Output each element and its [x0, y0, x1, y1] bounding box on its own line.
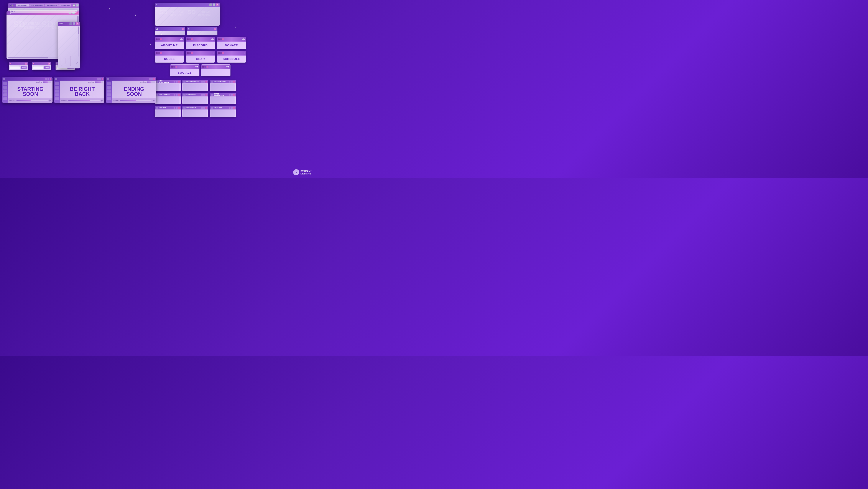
- minimize-button[interactable]: —: [73, 4, 75, 6]
- arrow-icon: [195, 66, 198, 68]
- cursor-icon: [49, 99, 52, 102]
- svg-point-2: [11, 10, 12, 11]
- alert-card-super-chat: SUPER CHAT: [182, 106, 208, 117]
- send-button-2[interactable]: SEND: [44, 66, 50, 69]
- right-main-window: ✦ — □ ✕ SD STREAMDESIGNZ™ SD STREAMDESIG…: [155, 3, 220, 26]
- alert-card-new-follower: NEW FOLLOWER: [182, 80, 208, 91]
- pencil-icon: [76, 61, 79, 64]
- alert-title: NEW HOST: [210, 106, 236, 110]
- send-button-1[interactable]: SEND: [21, 66, 27, 69]
- chat-max[interactable]: □: [73, 22, 75, 25]
- scene-ending-soon: Loading ENDINGSOON SCENE3: [106, 77, 156, 103]
- alert-body: [210, 83, 236, 91]
- play-icon: [294, 170, 298, 174]
- alert-input-1[interactable]: [9, 66, 20, 69]
- gear-label: GEAR: [196, 57, 205, 61]
- alert-title: GIFTED SUB: [182, 93, 208, 96]
- scene-starting-soon-title: STARTINGSOON: [18, 87, 43, 97]
- alert-window-user: ✕: [155, 27, 185, 35]
- tab-bar: new_follower new_subscriber new_donation…: [16, 4, 71, 6]
- scene-bottom-bar: SCENE2: [60, 98, 104, 103]
- scene-ending-soon-title: ENDINGSOON: [124, 87, 144, 97]
- alert-input-2[interactable]: [33, 66, 43, 69]
- alert-body: [182, 96, 208, 104]
- panel-btn-donate[interactable]: DONATE: [217, 37, 246, 49]
- maximize-btn[interactable]: □: [213, 3, 215, 6]
- alert-body: [182, 83, 208, 91]
- close-btn[interactable]: ✕: [48, 63, 50, 65]
- scrollbar-v[interactable]: [75, 11, 76, 12]
- scene-titlebar: [54, 77, 104, 81]
- svg-line-3: [12, 11, 13, 12]
- alert-card-new-donation: NEW DONATION: [210, 80, 236, 91]
- panel-btn-about-me[interactable]: ABOUT ME: [155, 37, 184, 49]
- sd-logo: STREAM™DESIGNZ: [293, 169, 312, 175]
- chat-label: Chat...: [59, 23, 65, 25]
- close-btn[interactable]: ✕: [216, 3, 219, 6]
- scene-sidebar: [2, 81, 8, 103]
- alert-title: NEW DONATION: [210, 80, 236, 83]
- alert-card-new-subscriber: NEW SUBSCRIBER: [155, 80, 181, 91]
- alert-card-new-host: NEW HOST: [210, 106, 236, 117]
- tab-new-donation[interactable]: new_donation: [45, 4, 59, 6]
- alert-input-heart-2: ♥ ✕ SEND: [32, 62, 51, 70]
- close-btn[interactable]: ✕: [214, 28, 216, 30]
- arrow-icon: [211, 52, 214, 54]
- panel-btn-socials[interactable]: SOCIALS: [170, 64, 199, 76]
- panel-btn-extra[interactable]: [201, 64, 230, 76]
- scene-brb-title: BE RIGHTBACK: [70, 87, 95, 97]
- scene-starting-soon: Loading STARTINGSOON SCENE1: [2, 77, 53, 103]
- maximize-button[interactable]: □: [76, 4, 79, 6]
- tab-stream-goal[interactable]: stream_goal: [59, 4, 71, 6]
- panel-btn-discord[interactable]: DISCORD: [186, 37, 215, 49]
- panel-btn-schedule[interactable]: SCHEDULE: [217, 51, 246, 63]
- cursor-icon: [101, 99, 103, 102]
- chat-min[interactable]: —: [69, 22, 72, 25]
- scene-bottom-bar: SCENE1: [8, 98, 53, 103]
- minimize-btn[interactable]: —: [209, 3, 212, 6]
- alert-card-gifted-sub: GIFTED SUB: [182, 93, 208, 104]
- scene-titlebar: [2, 77, 53, 81]
- back-button[interactable]: ◀: [9, 4, 11, 7]
- arrow-icon: [211, 38, 214, 40]
- scroll-area: [60, 55, 71, 66]
- close-btn[interactable]: ✕: [25, 63, 27, 65]
- rules-label: RULES: [164, 57, 175, 61]
- alert-title: GIFTED MEMBERSHIP: [210, 93, 236, 96]
- tab-new-follower[interactable]: new_follower: [16, 4, 29, 6]
- brand-name: STREAM™DESIGNZ: [301, 170, 312, 175]
- alert-card-new-bits: NEW BITS: [155, 106, 181, 117]
- alert-body: [182, 110, 208, 117]
- panel-btn-rules[interactable]: RULES: [155, 51, 184, 63]
- arrow-icon: [180, 52, 183, 54]
- address-bar[interactable]: ▷: [10, 10, 77, 13]
- alert-card-gifted-membership: GIFTED MEMBERSHIP: [210, 93, 236, 104]
- tab-new-subscriber[interactable]: new_subscriber: [29, 4, 44, 6]
- alert-body: [210, 110, 236, 117]
- search-icon-small: [11, 10, 13, 12]
- alert-input-heart-1: ♥ ✕ SEND: [9, 62, 28, 70]
- chat-close[interactable]: ✕: [76, 22, 79, 25]
- arrow-icon: [180, 38, 183, 40]
- panel-btn-gear[interactable]: GEAR: [186, 51, 215, 63]
- arrow-icon: [242, 38, 245, 40]
- alert-title: SUPER CHAT: [182, 106, 208, 110]
- discord-label: DISCORD: [193, 44, 208, 47]
- alert-body: [155, 110, 181, 117]
- alert-card-new-member: NEW MEMBER: [155, 93, 181, 104]
- scene-be-right-back: Loading BE RIGHTBACK SCENE2: [54, 77, 104, 103]
- socials-label: SOCIALS: [178, 71, 192, 74]
- scene-sidebar: [54, 81, 60, 103]
- arrow-icon: [226, 66, 229, 68]
- alert-body: [155, 96, 181, 104]
- forward-button[interactable]: ▶: [12, 4, 13, 7]
- about-me-label: ABOUT ME: [161, 44, 178, 47]
- sd-logo-icon: [293, 169, 299, 175]
- close-btn[interactable]: ✕: [182, 28, 184, 30]
- scene-sidebar: [106, 81, 112, 103]
- alert-window-dollar: $ ✕: [187, 27, 217, 35]
- scene-titlebar: [106, 77, 156, 81]
- alert-title: NEW FOLLOWER: [182, 80, 208, 83]
- arrow-icon: [242, 52, 245, 54]
- scene-bottom-bar: SCENE3: [112, 98, 156, 103]
